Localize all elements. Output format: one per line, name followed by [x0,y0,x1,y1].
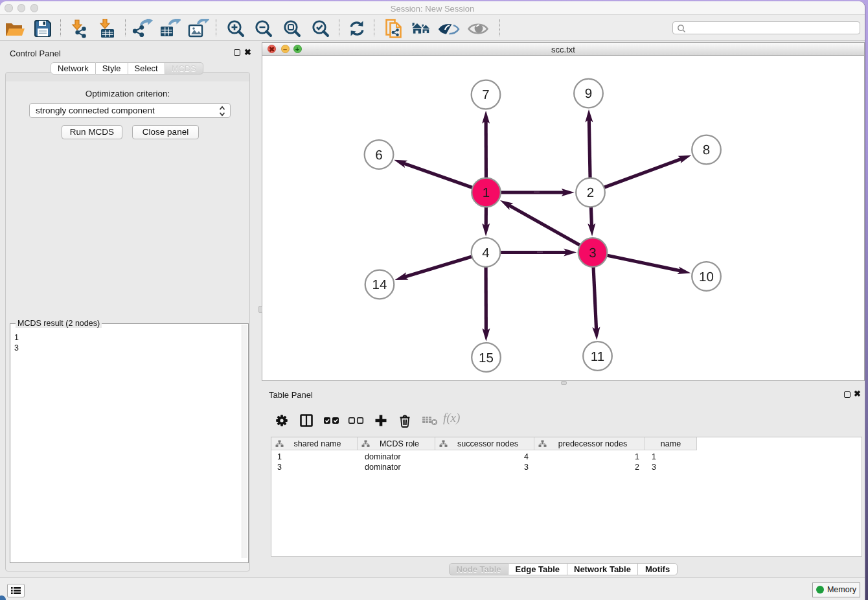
svg-text:11: 11 [591,349,604,364]
svg-text:2: 2 [587,185,594,200]
svg-text:6: 6 [375,148,382,163]
svg-text:8: 8 [703,143,710,157]
svg-text:14: 14 [372,277,387,292]
svg-text:15: 15 [479,351,494,365]
svg-text:9: 9 [585,86,592,101]
svg-text:7: 7 [482,87,489,102]
svg-text:4: 4 [482,246,489,260]
svg-text:10: 10 [699,270,714,284]
svg-text:3: 3 [589,246,596,260]
svg-text:1: 1 [483,185,490,200]
